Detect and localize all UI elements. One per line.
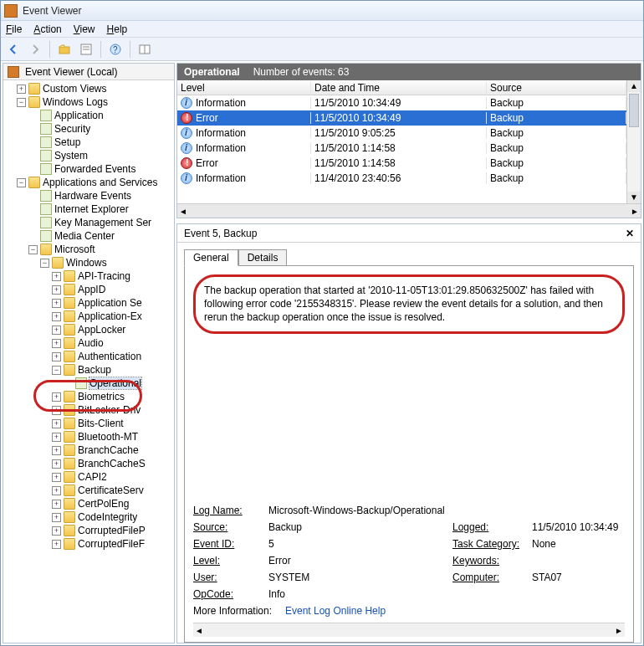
table-row[interactable]: Information11/5/2010 9:05:25Backup — [177, 126, 626, 141]
log-icon — [40, 150, 52, 162]
tb-list-icon[interactable] — [135, 40, 154, 59]
folder-icon — [64, 471, 75, 483]
folder-icon — [64, 297, 75, 309]
col-level[interactable]: Level — [177, 82, 311, 94]
menu-help[interactable]: Help — [107, 23, 128, 35]
tree-corr1[interactable]: +CorruptedFileP — [5, 524, 174, 537]
folder-icon — [64, 404, 75, 416]
log-icon — [40, 163, 52, 175]
tree-bits[interactable]: +Bits-Client — [5, 417, 174, 430]
toolbar-sep2 — [100, 41, 101, 58]
info-icon — [181, 127, 192, 139]
tb-props-icon[interactable] — [77, 40, 95, 59]
folder-icon — [64, 351, 75, 362]
tree-bcs[interactable]: +BranchCacheS — [5, 457, 174, 470]
scroll-up-icon[interactable]: ▲ — [630, 80, 638, 92]
list-hscroll[interactable]: ◄ ► — [177, 203, 641, 218]
event-log-help-link[interactable]: Event Log Online Help — [285, 605, 386, 617]
tree-wl-forwarded[interactable]: Forwarded Events — [5, 162, 174, 176]
info-icon — [181, 172, 192, 184]
folder-icon — [28, 96, 40, 108]
tree-wl-application[interactable]: Application — [5, 109, 174, 122]
tree-pane[interactable]: Event Viewer (Local) +Custom Views −Wind… — [3, 63, 175, 643]
menu-view[interactable]: View — [74, 23, 95, 35]
back-button[interactable] — [4, 40, 23, 59]
scroll-right-icon[interactable]: ► — [629, 207, 641, 216]
tree-windows-logs[interactable]: −Windows Logs — [5, 95, 174, 109]
event-grid[interactable]: Level Date and Time Source Information11… — [177, 80, 626, 203]
col-source[interactable]: Source — [487, 82, 626, 94]
menubar: File Action View Help — [1, 21, 643, 38]
table-row[interactable]: Information11/4/2010 23:40:56Backup — [177, 171, 626, 186]
toolbar-sep3 — [130, 41, 130, 58]
tree-bc[interactable]: +BranchCache — [5, 443, 174, 457]
tree-operational[interactable]: Operational — [5, 377, 174, 390]
detail-hscroll[interactable]: ◄ ► — [193, 623, 625, 637]
table-row[interactable]: Error11/5/2010 1:14:58Backup — [177, 156, 626, 171]
folder-icon — [64, 364, 75, 376]
tree-media[interactable]: Media Center — [5, 229, 174, 243]
folder-icon — [64, 431, 75, 443]
tree-capi2[interactable]: +CAPI2 — [5, 470, 174, 484]
log-icon — [40, 136, 52, 148]
tree-hardware[interactable]: Hardware Events — [5, 189, 174, 203]
table-row[interactable]: Information11/5/2010 1:14:58Backup — [177, 141, 626, 156]
tree-wl-setup[interactable]: Setup — [5, 136, 174, 149]
tree-root-label: Event Viewer (Local) — [25, 66, 118, 78]
folder-icon — [64, 511, 75, 523]
tree-kms[interactable]: Key Management Ser — [5, 216, 174, 229]
folder-icon — [64, 484, 75, 496]
tree-bt[interactable]: +Bluetooth-MT — [5, 430, 174, 443]
tree-api[interactable]: +API-Tracing — [5, 269, 174, 283]
scroll-left-icon[interactable]: ◄ — [193, 626, 205, 635]
tree-certpol[interactable]: +CertPolEng — [5, 497, 174, 510]
log-icon — [40, 110, 52, 121]
tree-ms-windows[interactable]: −Windows — [5, 256, 174, 269]
table-row[interactable]: Information11/5/2010 10:34:49Backup — [177, 95, 626, 110]
tree-wl-system[interactable]: System — [5, 149, 174, 162]
ev-icon — [8, 66, 19, 78]
tree-appex[interactable]: +Application-Ex — [5, 310, 174, 323]
table-row[interactable]: Error11/5/2010 10:34:49Backup — [177, 110, 626, 126]
folder-icon — [40, 244, 52, 255]
menu-file[interactable]: File — [6, 23, 22, 35]
list-vscroll[interactable]: ▲ ▼ — [626, 80, 641, 203]
scroll-down-icon[interactable]: ▼ — [630, 192, 638, 203]
tree-codeint[interactable]: +CodeIntegrity — [5, 510, 174, 524]
tree-backup[interactable]: −Backup — [5, 363, 174, 377]
log-icon — [40, 190, 52, 202]
event-list-panel: Operational Number of events: 63 Level D… — [176, 63, 641, 218]
close-icon[interactable]: ✕ — [626, 228, 634, 239]
scroll-left-icon[interactable]: ◄ — [177, 207, 189, 216]
tab-general[interactable]: General — [184, 249, 238, 266]
folder-icon — [64, 284, 75, 295]
tb-open-icon[interactable] — [55, 40, 74, 59]
tree-bitlocker[interactable]: +BitLocker-Driv — [5, 403, 174, 417]
tree-ie[interactable]: Internet Explorer — [5, 203, 174, 216]
tree-auth[interactable]: +Authentication — [5, 350, 174, 363]
tree-applocker[interactable]: +AppLocker — [5, 323, 174, 336]
tab-details[interactable]: Details — [238, 249, 288, 266]
tree-biometrics[interactable]: +Biometrics — [5, 390, 174, 403]
col-date[interactable]: Date and Time — [311, 82, 487, 94]
tree-apps-services[interactable]: −Applications and Services — [5, 176, 174, 189]
tree-microsoft[interactable]: −Microsoft — [5, 243, 174, 256]
folder-icon — [52, 257, 64, 269]
scroll-thumb[interactable] — [629, 94, 639, 127]
toolbar-sep — [49, 41, 50, 58]
folder-icon — [64, 324, 75, 336]
grid-header[interactable]: Level Date and Time Source — [177, 80, 626, 95]
tree-appse[interactable]: +Application Se — [5, 296, 174, 310]
forward-button[interactable] — [26, 40, 44, 59]
scroll-right-icon[interactable]: ► — [613, 626, 625, 635]
tree-audio[interactable]: +Audio — [5, 336, 174, 350]
tree-custom-views[interactable]: +Custom Views — [5, 82, 174, 95]
tree-corr2[interactable]: +CorruptedFileF — [5, 537, 174, 551]
folder-icon — [28, 177, 40, 188]
folder-icon — [64, 270, 75, 282]
tree-appid[interactable]: +AppID — [5, 283, 174, 296]
menu-action[interactable]: Action — [33, 23, 61, 35]
tree-wl-security[interactable]: Security — [5, 122, 174, 136]
tree-certserv[interactable]: +CertificateServ — [5, 484, 174, 497]
tb-help-icon[interactable]: ? — [106, 40, 125, 59]
